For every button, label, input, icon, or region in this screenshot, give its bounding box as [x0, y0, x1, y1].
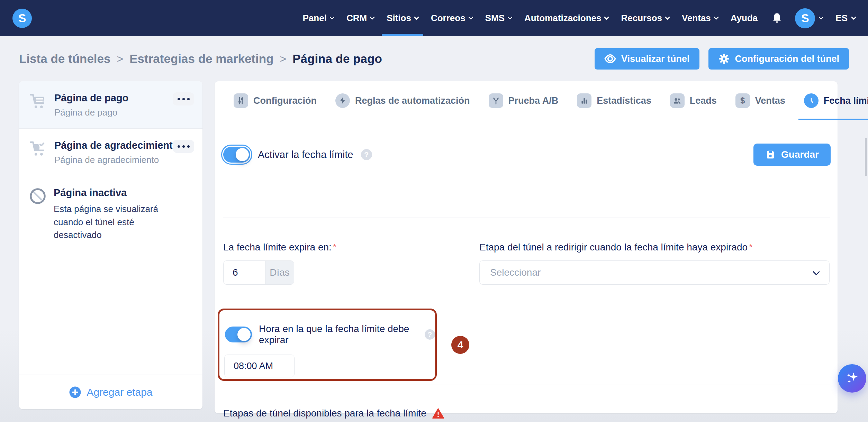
brand-logo[interactable]: S: [12, 9, 32, 28]
funnel-step-tabs: Configuración Reglas de automatización P…: [215, 81, 838, 120]
divider: [223, 294, 830, 294]
enable-deadline-toggle[interactable]: [223, 147, 250, 163]
account-menu[interactable]: S: [795, 8, 823, 28]
annotation-highlight-box: Hora en la que la fecha límite debe expi…: [218, 309, 437, 381]
tab-ventas[interactable]: $ Ventas: [735, 81, 785, 120]
chevron-down-icon: [819, 15, 824, 20]
step-options-button[interactable]: [173, 140, 194, 153]
bell-icon: [771, 12, 783, 25]
ellipsis-icon: [178, 98, 180, 100]
avatar: S: [795, 8, 815, 28]
enable-deadline-label: Activar la fecha límite: [258, 149, 353, 160]
deadline-days-input[interactable]: [224, 261, 265, 284]
top-navbar: S Panel CRM Sitios Correos SMS Automatiz…: [0, 0, 868, 36]
dollar-icon: $: [735, 93, 750, 108]
header-actions: Visualizar túnel Configuración del túnel: [595, 48, 849, 70]
breadcrumb: Lista de túneles > Estrategias de market…: [19, 52, 382, 66]
step-subtitle: Página de pago: [54, 107, 128, 118]
cart-check-icon: [29, 139, 47, 158]
language-selector[interactable]: ES: [835, 13, 856, 24]
required-mark: *: [749, 242, 752, 252]
tab-fecha-limite[interactable]: Fecha límite: [804, 81, 868, 120]
sparkles-icon: [844, 370, 860, 387]
divider: [223, 385, 830, 385]
chevron-down-icon: [329, 15, 335, 20]
breadcrumb-funnels-link[interactable]: Lista de túneles: [19, 52, 111, 66]
tab-prueba-ab[interactable]: Prueba A/B: [489, 81, 559, 120]
expire-time-input[interactable]: [224, 355, 295, 377]
available-steps-label: Etapas de túnel disponibles para la fech…: [223, 408, 426, 419]
clock-icon: [804, 93, 819, 108]
nav-item-panel[interactable]: Panel: [303, 0, 334, 36]
nav-item-sitios[interactable]: Sitios: [387, 0, 418, 36]
page-title: Página de pago: [292, 52, 382, 66]
nav-item-ayuda[interactable]: Ayuda: [731, 0, 758, 36]
deadline-panel-body: Activar la fecha límite ? Guardar La fec…: [215, 120, 838, 413]
nav-item-ventas[interactable]: Ventas: [682, 0, 718, 36]
chevron-down-icon: [851, 15, 857, 20]
funnel-step-agradecimiento[interactable]: Página de agradecimiento Página de agrad…: [19, 129, 202, 176]
warning-icon: [432, 408, 444, 419]
divider: [223, 218, 830, 218]
funnel-steps-sidebar: Página de pago Página de pago Página de …: [19, 81, 202, 409]
nav-item-recursos[interactable]: Recursos: [621, 0, 669, 36]
step-title: Página de pago: [54, 92, 128, 104]
help-icon[interactable]: ?: [361, 149, 372, 160]
nav-item-automatizaciones[interactable]: Automatizaciones: [524, 0, 609, 36]
chevron-down-icon: [604, 15, 609, 20]
chevron-down-icon: [468, 15, 473, 20]
split-test-icon: [489, 93, 503, 108]
save-button[interactable]: Guardar: [753, 144, 831, 166]
step-title: Página de agradecimiento: [54, 140, 179, 151]
save-icon: [765, 149, 776, 160]
ban-icon: [29, 187, 47, 205]
deadline-unit-select[interactable]: Días: [265, 261, 294, 284]
ellipsis-icon: [178, 145, 180, 148]
preview-funnel-button[interactable]: Visualizar túnel: [595, 48, 699, 70]
chevron-down-icon: [813, 268, 820, 275]
inactive-page-description: Esta página se visualizará cuando el tún…: [54, 203, 178, 242]
nav-item-crm[interactable]: CRM: [346, 0, 374, 36]
chevron-down-icon: [414, 15, 419, 20]
required-mark: *: [333, 242, 336, 252]
funnel-settings-button[interactable]: Configuración del túnel: [708, 48, 849, 70]
ai-assistant-button[interactable]: [838, 364, 866, 393]
tab-estadisticas[interactable]: Estadísticas: [577, 81, 651, 120]
help-icon[interactable]: ?: [425, 329, 435, 340]
breadcrumb-separator: >: [117, 53, 124, 65]
lightning-icon: [335, 93, 350, 108]
expire-time-toggle[interactable]: [225, 327, 252, 342]
expire-time-label: Hora en la que la fecha límite debe expi…: [259, 323, 418, 346]
cart-icon: [29, 92, 47, 110]
expires-label: La fecha límite expira en:*: [223, 242, 336, 253]
gear-icon: [718, 53, 730, 65]
eye-icon: [604, 54, 616, 63]
users-icon: [670, 93, 685, 108]
chevron-down-icon: [370, 15, 375, 20]
chevron-down-icon: [714, 15, 719, 20]
scrollbar-thumb[interactable]: [865, 138, 867, 176]
step-options-button[interactable]: [173, 92, 194, 105]
plus-circle-icon: [69, 386, 81, 398]
funnel-step-pago[interactable]: Página de pago Página de pago: [19, 81, 202, 129]
chevron-down-icon: [665, 15, 670, 20]
deadline-panel: Configuración Reglas de automatización P…: [215, 81, 838, 413]
sliders-icon: [234, 93, 248, 108]
breadcrumb-separator: >: [280, 53, 287, 65]
nav-item-sms[interactable]: SMS: [485, 0, 512, 36]
notifications-button[interactable]: [771, 12, 783, 25]
annotation-step-badge: 4: [451, 336, 469, 354]
tab-reglas-automatizacion[interactable]: Reglas de automatización: [335, 81, 470, 120]
inactive-page-item[interactable]: Página inactiva Esta página se visualiza…: [19, 176, 202, 253]
tab-leads[interactable]: Leads: [670, 81, 717, 120]
redirect-step-select[interactable]: Seleccionar: [479, 260, 830, 285]
add-step-button[interactable]: Agregar etapa: [19, 375, 202, 409]
tab-configuracion[interactable]: Configuración: [234, 81, 317, 120]
breadcrumb-funnel-link[interactable]: Estrategias de marketing: [129, 52, 273, 66]
chevron-down-icon: [507, 15, 513, 20]
nav-item-correos[interactable]: Correos: [431, 0, 473, 36]
inactive-page-title: Página inactiva: [54, 187, 178, 199]
bar-chart-icon: [577, 93, 591, 108]
page-header: Lista de túneles > Estrategias de market…: [0, 36, 868, 81]
app-root: S Panel CRM Sitios Correos SMS Automatiz…: [0, 0, 868, 422]
